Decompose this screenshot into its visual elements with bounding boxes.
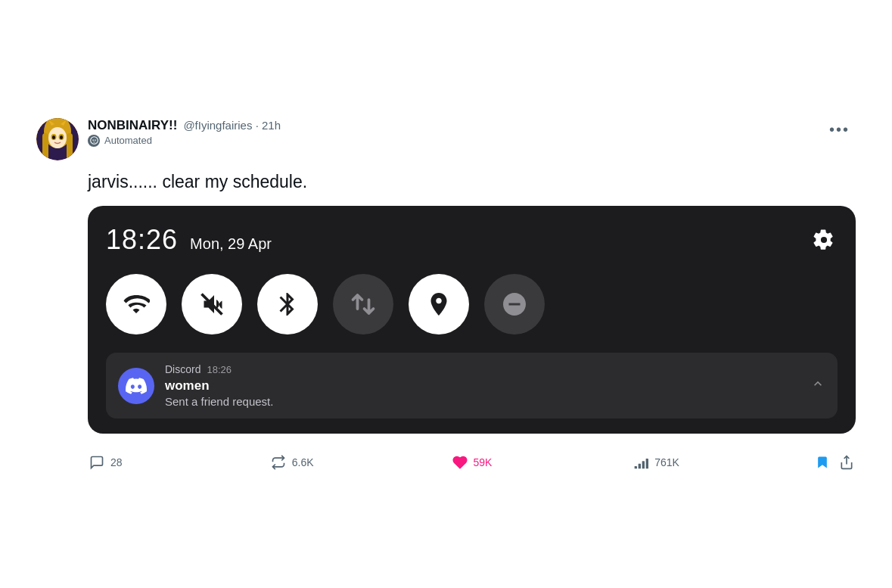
svg-rect-3 — [42, 133, 48, 160]
quick-toggles — [106, 274, 838, 334]
comment-count: 28 — [110, 456, 123, 468]
expand-notification-icon[interactable] — [810, 376, 825, 395]
retweet-count: 6.6K — [292, 456, 314, 468]
user-top-row: NONBINAIRY!! @fIyingfairies · 21h — [88, 118, 814, 133]
svg-rect-17 — [639, 464, 641, 469]
tweet-card: NONBINAIRY!! @fIyingfairies · 21h Au — [15, 100, 877, 488]
avatar[interactable] — [36, 118, 79, 160]
data-toggle[interactable] — [333, 274, 393, 334]
dnd-toggle[interactable] — [484, 274, 545, 334]
like-action[interactable]: 59K — [451, 449, 632, 476]
svg-point-12 — [90, 137, 98, 145]
phone-time: 18:26 — [106, 224, 178, 256]
svg-point-9 — [60, 135, 63, 139]
bookmark-icon — [813, 455, 831, 470]
share-action[interactable] — [838, 449, 856, 476]
settings-icon[interactable] — [810, 226, 838, 254]
phone-date: Mon, 29 Apr — [190, 235, 272, 253]
more-button[interactable]: ••• — [823, 118, 856, 142]
wifi-toggle[interactable] — [106, 274, 166, 334]
handle-time: @fIyingfairies · 21h — [183, 119, 281, 132]
notification-message: Sent a friend request. — [165, 395, 794, 408]
svg-rect-16 — [635, 466, 637, 468]
separator: · — [256, 119, 262, 132]
svg-rect-18 — [642, 461, 645, 468]
svg-rect-14 — [95, 140, 95, 142]
like-count: 59K — [474, 456, 493, 468]
notification-content: Discord 18:26 women Sent a friend reques… — [165, 363, 794, 408]
notification-top: Discord 18:26 — [165, 363, 794, 375]
svg-rect-4 — [67, 133, 73, 160]
bookmark-action[interactable] — [813, 449, 838, 476]
svg-rect-13 — [92, 140, 93, 142]
bot-icon — [88, 135, 100, 147]
comment-icon — [88, 455, 106, 470]
retweet-action[interactable]: 6.6K — [269, 449, 451, 476]
notification-app-time: 18:26 — [207, 364, 232, 375]
notification-app: Discord — [165, 363, 200, 375]
tweet-time: 21h — [262, 119, 281, 132]
bluetooth-toggle[interactable] — [257, 274, 318, 334]
views-count: 761K — [654, 456, 679, 468]
discord-icon — [118, 368, 154, 404]
phone-card: 18:26 Mon, 29 Apr — [88, 206, 856, 434]
automated-row: Automated — [88, 135, 814, 147]
phone-header: 18:26 Mon, 29 Apr — [106, 224, 838, 256]
retweet-icon — [269, 455, 287, 470]
username[interactable]: NONBINAIRY!! — [88, 118, 177, 133]
views-action[interactable]: 761K — [632, 449, 813, 476]
user-info: NONBINAIRY!! @fIyingfairies · 21h Au — [88, 118, 814, 147]
tweet-actions: 28 6.6K 59K — [88, 446, 856, 476]
views-icon — [632, 455, 650, 470]
handle[interactable]: @fIyingfairies — [183, 119, 252, 132]
svg-point-5 — [48, 127, 67, 148]
notification-sender: women — [165, 378, 794, 394]
comment-action[interactable]: 28 — [88, 449, 269, 476]
tweet-text: jarvis...... clear my schedule. — [88, 170, 856, 194]
automated-label: Automated — [104, 135, 152, 146]
phone-time-date: 18:26 Mon, 29 Apr — [106, 224, 272, 256]
svg-rect-19 — [646, 459, 648, 468]
share-icon — [838, 455, 856, 470]
mute-toggle[interactable] — [182, 274, 242, 334]
heart-icon — [451, 455, 469, 470]
svg-point-8 — [52, 135, 55, 139]
location-toggle[interactable] — [409, 274, 469, 334]
discord-notification[interactable]: Discord 18:26 women Sent a friend reques… — [106, 353, 838, 418]
tweet-header: NONBINAIRY!! @fIyingfairies · 21h Au — [36, 118, 856, 160]
